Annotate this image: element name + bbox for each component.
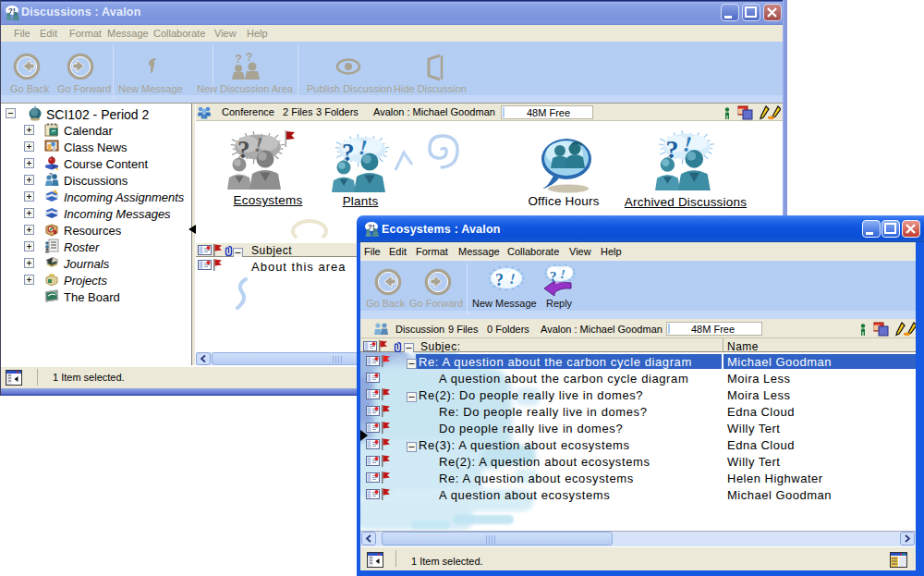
svg-text:?: ? (246, 52, 252, 64)
svg-text:?: ? (495, 271, 504, 289)
svg-text:?: ? (235, 52, 242, 66)
svg-text:?: ? (49, 172, 53, 178)
